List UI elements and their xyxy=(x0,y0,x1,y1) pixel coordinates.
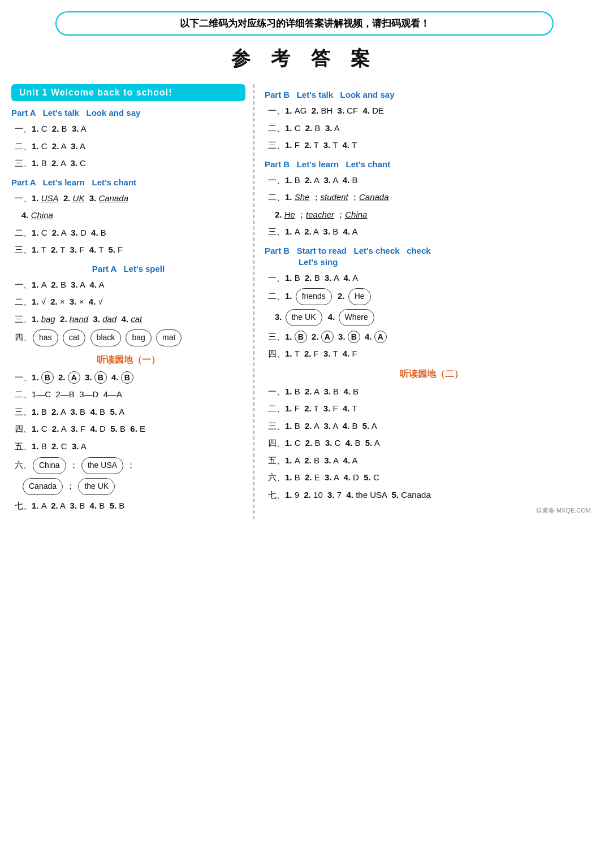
answer-row: 一、1. AG 2. BH 3. CF 4. DE xyxy=(268,103,598,118)
partA-learn-title: Part A Let's learn Let's chant xyxy=(11,177,245,187)
answer-row: 一、1. B 2. B 3. A 4. A xyxy=(268,271,598,285)
top-banner: 以下二维码为对应练习的详细答案讲解视频，请扫码观看！ xyxy=(55,11,554,36)
answer-row: 二、1—C 2—B 3—D 4—A xyxy=(15,387,245,402)
logo: 佳素备 MXQE.COM xyxy=(536,506,591,515)
answer-row: 二、1. She ；student ；Canada xyxy=(268,190,598,205)
right-column: Part B Let's talk Look and say 一、1. AG 2… xyxy=(254,84,598,519)
answer-row: 七、1. A 2. A 3. B 4. B 5. B xyxy=(15,498,245,513)
answer-row: 三、1. F 2. T 3. T 4. T xyxy=(268,138,598,153)
partB-read-subtitle: Let's sing xyxy=(265,257,598,267)
answer-row: 五、1. A 2. B 3. A 4. A xyxy=(268,453,598,468)
circled-word: cat xyxy=(63,329,86,346)
circled-word: friends xyxy=(296,288,332,305)
unit-header: Unit 1 Welcome back to school! xyxy=(11,84,245,101)
answer-row: 三、1. B 2. A 3. B 4. B 5. A xyxy=(15,405,245,419)
answer-row: 三、1. B 2. A 3. C xyxy=(15,156,245,171)
answer-row: 三、1. T 2. T 3. F 4. T 5. F xyxy=(15,242,245,257)
tingdu2: 听读园地（二） 一、1. B 2. A 3. B 4. B 二、1. F 2. … xyxy=(265,368,598,502)
answer-row: 五、1. B 2. C 3. A xyxy=(15,439,245,454)
partA-spell: Part A Let's spell 一、1. A 2. B 3. A 4. A… xyxy=(11,264,245,347)
answer-row: 六、1. B 2. E 3. A 4. D 5. C xyxy=(268,470,598,485)
partA-learn: Part A Let's learn Let's chant 一、1. USA … xyxy=(11,177,245,257)
partB-talk-title: Part B Let's talk Look and say xyxy=(265,90,598,99)
answer-row: 3. the UK 4. Where xyxy=(275,309,598,327)
answer-row: 二、1. C 2. A 3. D 4. B xyxy=(15,225,245,240)
partA-spell-title: Part A Let's spell xyxy=(11,264,245,274)
main-title: 参 考 答 案 xyxy=(11,46,598,72)
partB-talk: Part B Let's talk Look and say 一、1. AG 2… xyxy=(265,90,598,153)
partB-learn-title: Part B Let's learn Let's chant xyxy=(265,159,598,169)
partA-talk-title: Part A Let's talk Look and say xyxy=(11,108,245,118)
left-column: Unit 1 Welcome back to school! Part A Le… xyxy=(11,84,254,519)
answer-row: 二、1. C 2. B 3. A xyxy=(268,121,598,136)
answer-row: 二、1. friends 2. He xyxy=(268,288,598,306)
answer-row: 三、1. B 2. A 3. B 4. A xyxy=(268,329,598,344)
answer-row: 四、1. C 2. A 3. F 4. D 5. B 6. E xyxy=(15,422,245,436)
answer-row: 一、1. B 2. A 3. B 4. B xyxy=(268,384,598,399)
circled-word: black xyxy=(90,329,122,346)
answer-row: 二、1. C 2. A 3. A xyxy=(15,139,245,154)
circled-word: has xyxy=(33,329,58,346)
partB-learn: Part B Let's learn Let's chant 一、1. B 2.… xyxy=(265,159,598,239)
partB-read-title: Part B Start to read Let's check check xyxy=(265,246,598,255)
partA-talk: Part A Let's talk Look and say 一、1. C 2.… xyxy=(11,108,245,171)
circled-word: Canada xyxy=(23,478,63,495)
tingdu2-title: 听读园地（二） xyxy=(265,368,598,380)
answer-row: 一、1. USA 2. UK 3. Canada xyxy=(15,191,245,206)
answer-row: 三、1. B 2. A 3. A 4. B 5. A xyxy=(268,419,598,433)
answer-row: 七、1. 9 2. 10 3. 7 4. the USA 5. Canada xyxy=(268,488,598,502)
circled-word: bag xyxy=(126,329,151,346)
circled-word: He xyxy=(348,288,371,305)
circled-word: China xyxy=(33,457,66,474)
tingdu1: 听读园地（一） 一、1. B 2. A 3. B 4. B 二、1—C 2—B … xyxy=(11,354,245,513)
circled-word: Where xyxy=(339,309,374,326)
answer-row: 4. China xyxy=(21,208,245,223)
tingdu1-title: 听读园地（一） xyxy=(11,354,245,366)
circled-word: the UK xyxy=(286,309,322,326)
answer-row: 三、1. bag 2. hand 3. dad 4. cat xyxy=(15,312,245,327)
circled-word: the USA xyxy=(81,457,123,474)
partB-read: Part B Start to read Let's check check L… xyxy=(265,246,598,361)
answer-row: 一、1. A 2. B 3. A 4. A xyxy=(15,277,245,292)
answer-row: 六、China ； the USA ； xyxy=(15,457,245,475)
answer-row: 一、1. B 2. A 3. A 4. B xyxy=(268,173,598,188)
answer-row: 二、1. F 2. T 3. F 4. T xyxy=(268,401,598,416)
answer-row: 四、1. T 2. F 3. T 4. F xyxy=(268,346,598,361)
answer-row: 一、1. C 2. B 3. A xyxy=(15,121,245,136)
answer-row: 一、1. B 2. A 3. B 4. B xyxy=(15,370,245,385)
circled-word: the UK xyxy=(78,478,115,495)
answer-row: 四、1. C 2. B 3. C 4. B 5. A xyxy=(268,436,598,450)
answer-row: 2. He ；teacher ；China xyxy=(275,207,598,222)
circled-word: mat xyxy=(156,329,182,346)
answer-row: Canada ； the UK xyxy=(21,478,245,496)
answer-row: 四、has cat black bag mat xyxy=(15,329,245,347)
answer-row: 三、1. A 2. A 3. B 4. A xyxy=(268,224,598,239)
answer-row: 二、1. √ 2. × 3. × 4. √ xyxy=(15,294,245,309)
